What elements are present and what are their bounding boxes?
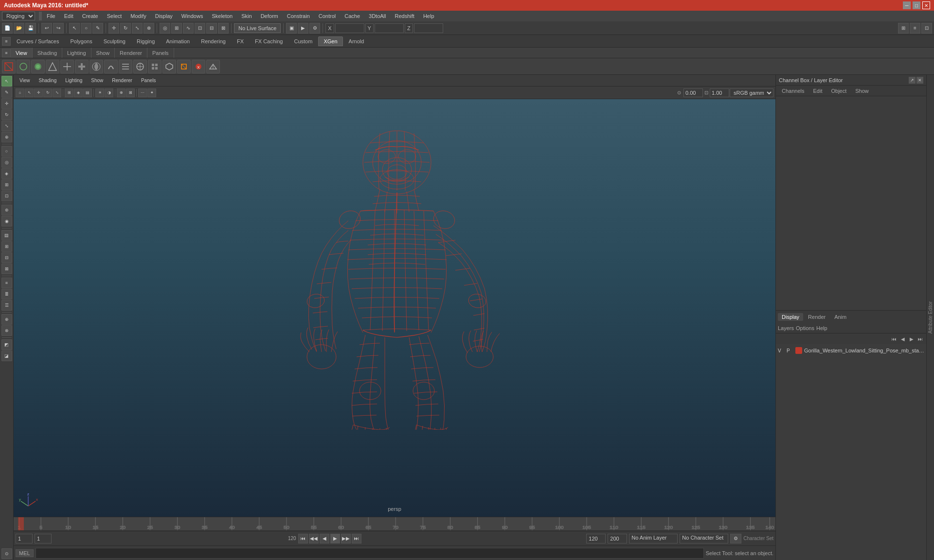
shelf-tab-panels[interactable]: Panels xyxy=(147,48,174,58)
menu-select[interactable]: Select xyxy=(103,12,126,20)
vp-menu-panels[interactable]: Panels xyxy=(137,77,160,84)
redo-btn[interactable]: ↪ xyxy=(53,23,64,34)
y-field[interactable] xyxy=(375,23,404,33)
character-set-display[interactable]: No Character Set xyxy=(680,534,728,543)
layer-btn1[interactable]: ≡ xyxy=(1,278,12,288)
anim-btn2[interactable]: ⊗ xyxy=(1,325,12,336)
frame-start-input[interactable] xyxy=(16,534,33,543)
vp-rotate-btn[interactable]: ↻ xyxy=(43,88,52,97)
vp-light-btn[interactable]: ☀ xyxy=(95,88,104,97)
step-forward-btn[interactable]: ▶▶ xyxy=(341,534,351,543)
vp-iso-btn[interactable]: ⋯ xyxy=(138,88,147,97)
universal-manip-btn[interactable]: ⊕ xyxy=(144,23,154,34)
timeline-ruler[interactable]: 1 5 10 15 20 25 xyxy=(14,517,775,531)
vp-grid-btn[interactable]: ⊠ xyxy=(126,88,135,97)
tab-rigging[interactable]: Rigging xyxy=(131,36,160,46)
play-backward-btn[interactable]: ◀ xyxy=(320,534,329,543)
shelf-icon-10[interactable] xyxy=(133,60,147,73)
anim-tab-display[interactable]: Display xyxy=(778,313,803,321)
paint-select-btn[interactable]: ✎ xyxy=(92,23,103,34)
no-live-surface-label[interactable]: No Live Surface xyxy=(234,23,281,33)
layer-opt-options[interactable]: Options xyxy=(796,325,814,331)
layer-opt-help[interactable]: Help xyxy=(816,325,827,331)
tab-polygons[interactable]: Polygons xyxy=(65,36,97,46)
tab-fx[interactable]: FX xyxy=(232,36,249,46)
misc-btn2[interactable]: ◪ xyxy=(1,350,12,361)
vp-scale-btn[interactable]: ⤡ xyxy=(53,88,61,97)
dolly-tool[interactable]: ⊡ xyxy=(1,191,12,201)
tab-arnold[interactable]: Arnold xyxy=(343,36,370,46)
table-row[interactable]: V P Gorilla_Western_Lowland_Sitting_Pose… xyxy=(777,345,925,356)
shelf-icon-13[interactable] xyxy=(177,60,191,73)
mel-label[interactable]: MEL xyxy=(16,549,34,557)
menu-control[interactable]: Control xyxy=(315,12,340,20)
close-button[interactable]: ✕ xyxy=(922,1,930,9)
vp-menu-shading[interactable]: Shading xyxy=(35,77,61,84)
rotate-tool[interactable]: ↻ xyxy=(1,109,12,120)
shelf-tab-view[interactable]: View xyxy=(11,48,33,58)
cb-tab-edit[interactable]: Edit xyxy=(809,87,826,95)
render-btn[interactable]: ▶ xyxy=(298,23,308,34)
open-scene-btn[interactable]: 📂 xyxy=(14,23,24,34)
vp-menu-renderer[interactable]: Renderer xyxy=(108,77,136,84)
soft-select-btn[interactable]: ◉ xyxy=(1,216,12,227)
shelf-icon-8[interactable] xyxy=(104,60,118,73)
select-tool[interactable]: ↖ xyxy=(1,76,12,87)
menu-redshift[interactable]: Redshift xyxy=(391,12,418,20)
range-end-input[interactable] xyxy=(586,534,606,543)
menu-help[interactable]: Help xyxy=(419,12,438,20)
vp-texture-btn[interactable]: ▤ xyxy=(83,88,92,97)
anim-btn1[interactable]: ⊕ xyxy=(1,314,12,325)
menu-skin[interactable]: Skin xyxy=(237,12,255,20)
step-backward-btn[interactable]: ◀◀ xyxy=(309,534,319,543)
menu-cache[interactable]: Cache xyxy=(341,12,364,20)
vp-translate-btn[interactable]: ✛ xyxy=(34,88,43,97)
z-field[interactable] xyxy=(414,23,443,33)
anim-tab-anim[interactable]: Anim xyxy=(830,313,850,321)
workspace-selector[interactable]: Rigging xyxy=(2,12,35,20)
cb-tab-channels[interactable]: Channels xyxy=(778,87,808,95)
cb-tab-show[interactable]: Show xyxy=(851,87,873,95)
vp-value2-input[interactable] xyxy=(710,88,729,97)
misc-btn1[interactable]: ◩ xyxy=(1,339,12,350)
vp-menu-view[interactable]: View xyxy=(16,77,34,84)
tab-custom[interactable]: Custom xyxy=(289,36,318,46)
maximize-button[interactable]: □ xyxy=(913,1,920,9)
tab-xgen[interactable]: XGen xyxy=(318,36,342,46)
camera-view[interactable]: ◎ xyxy=(1,157,12,168)
menu-display[interactable]: Display xyxy=(151,12,177,20)
vp-shadow-btn[interactable]: ◑ xyxy=(105,88,113,97)
shelf-icon-5[interactable] xyxy=(60,60,74,73)
tab-curves-surfaces[interactable]: Curves / Surfaces xyxy=(11,36,64,46)
shelf-icon-xgen[interactable] xyxy=(2,60,16,73)
vp-snap-btn[interactable]: ⊕ xyxy=(117,88,126,97)
menu-create[interactable]: Create xyxy=(78,12,102,20)
shelf-icon-6[interactable] xyxy=(75,60,89,73)
panel-btn3[interactable]: ⊟ xyxy=(1,252,12,263)
menu-3dtoall[interactable]: 3DtoAll xyxy=(365,12,390,20)
shelf-tab-lighting[interactable]: Lighting xyxy=(62,48,91,58)
layer-nav-first[interactable]: ⏮ xyxy=(890,335,898,343)
vp-home-btn[interactable]: ⌂ xyxy=(16,88,24,97)
current-frame-input[interactable] xyxy=(35,534,52,543)
menu-windows[interactable]: Windows xyxy=(178,12,207,20)
soft-mod-btn[interactable]: ◎ xyxy=(160,23,170,34)
command-input[interactable] xyxy=(36,548,704,559)
shelf-icon-12[interactable] xyxy=(162,60,176,73)
snap-grid-btn[interactable]: ⊞ xyxy=(171,23,182,34)
snap-view-btn[interactable]: ⊠ xyxy=(218,23,229,34)
shelf-icon-2[interactable] xyxy=(17,60,30,73)
anim-layer-display[interactable]: No Anim Layer xyxy=(629,534,678,543)
vp-value1-input[interactable] xyxy=(683,88,703,97)
select-tool-btn[interactable]: ↖ xyxy=(69,23,80,34)
vp-smooth-btn[interactable]: ◈ xyxy=(74,88,83,97)
anim-layer-options-btn[interactable]: ⚙ xyxy=(730,534,741,543)
layer-btn3[interactable]: ☰ xyxy=(1,300,12,311)
shelf-options-btn[interactable]: ≡ xyxy=(2,49,11,57)
panel-btn1[interactable]: ▤ xyxy=(1,230,12,241)
shelf-icon-4[interactable] xyxy=(46,60,59,73)
menu-constrain[interactable]: Constrain xyxy=(283,12,314,20)
shelf-icon-14[interactable]: X xyxy=(192,60,205,73)
panel-btn4[interactable]: ⊠ xyxy=(1,263,12,274)
anim-tab-render[interactable]: Render xyxy=(804,313,829,321)
